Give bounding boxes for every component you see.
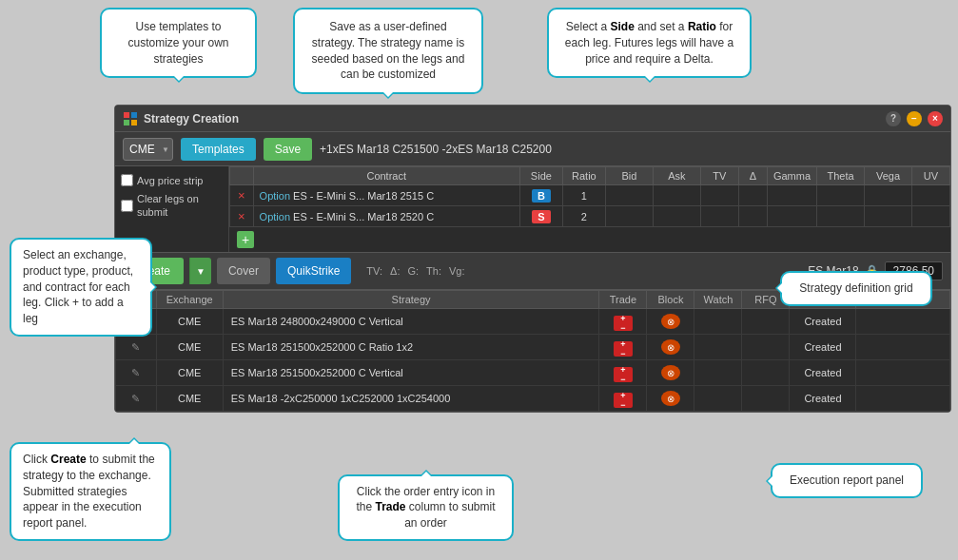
leg-row-1: × Option ES - E-Mini S... Mar18 2520 C S… — [230, 206, 950, 227]
avg-price-row: Avg price strip — [121, 174, 223, 186]
exec-col-trade: Trade — [599, 291, 647, 309]
close-button[interactable]: × — [928, 111, 943, 126]
block-icon-0[interactable]: ⊗ — [661, 314, 680, 329]
exec-seed-2[interactable]: ✎ — [116, 360, 157, 386]
leg-type-1-link[interactable]: Option — [260, 211, 290, 222]
tooltip-add-leg: Select an exchange, product type, produc… — [10, 238, 152, 337]
block-icon-1[interactable]: ⊗ — [661, 339, 680, 355]
trade-icon-1[interactable]: +− — [614, 341, 633, 357]
leg-tv-1 — [700, 206, 738, 227]
exchange-wrapper: CME — [123, 138, 173, 161]
leg-ratio-0: 1 — [562, 185, 605, 206]
trade-icon-2[interactable]: +− — [614, 367, 633, 382]
avg-price-label: Avg price strip — [137, 175, 204, 186]
exec-row-1: ✎ CME ES Mar18 251500x252000 C Ratio 1x2… — [116, 335, 950, 360]
exec-trade-1[interactable]: +− — [599, 335, 647, 360]
add-leg-button[interactable]: + — [237, 231, 254, 248]
title-bar-controls: ? − × — [886, 111, 943, 126]
tooltip-side-ratio-text: Select a Side and set a Ratio for each l… — [565, 20, 733, 66]
tooltip-save: Save as a user-defined strategy. The str… — [293, 8, 483, 94]
block-icon-2[interactable]: ⊗ — [661, 365, 680, 380]
leg-side-0[interactable]: B — [519, 185, 562, 206]
edit-icon-3[interactable]: ✎ — [131, 393, 140, 404]
col-gamma: Gamma — [767, 167, 816, 185]
leg-delete-0[interactable]: × — [230, 185, 254, 206]
vega-label: Vg: — [449, 265, 465, 277]
tooltip-order-entry: Click the order entry icon in the Trade … — [338, 474, 514, 541]
exec-status-2: Created — [790, 360, 856, 386]
help-button[interactable]: ? — [886, 111, 901, 126]
exec-trade-2[interactable]: +− — [599, 360, 647, 386]
leg-vega-1 — [865, 206, 912, 227]
exec-trade-3[interactable]: +− — [599, 386, 647, 412]
avg-price-checkbox[interactable] — [121, 174, 133, 186]
exec-block-1[interactable]: ⊗ — [647, 335, 694, 360]
leg-bid-0 — [605, 185, 653, 206]
create-dropdown-button[interactable]: ▼ — [189, 258, 211, 284]
templates-button[interactable]: Templates — [181, 138, 256, 161]
cover-button[interactable]: Cover — [217, 258, 270, 284]
exec-message-1 — [856, 335, 950, 360]
exec-rfq-2 — [742, 360, 790, 386]
leg-tv-0 — [700, 185, 738, 206]
exec-seed-1[interactable]: ✎ — [116, 335, 157, 360]
leg-vega-0 — [865, 185, 912, 206]
exec-strategy-2: ES Mar18 251500x252000 C Vertical — [223, 360, 599, 386]
col-side: Side — [519, 167, 562, 185]
block-icon-3[interactable]: ⊗ — [661, 391, 680, 406]
strategy-grid: Contract Side Ratio Bid Ask TV Δ Gamma T… — [229, 166, 950, 252]
exec-strategy-0: ES Mar18 248000x249000 C Vertical — [223, 309, 599, 335]
app-icon — [123, 111, 138, 126]
exec-watch-3 — [694, 386, 742, 412]
grid-section: Avg price strip Clear legs on submit Con… — [115, 166, 950, 252]
leg-type-0-link[interactable]: Option — [260, 190, 290, 202]
trade-icon-3[interactable]: +− — [614, 393, 633, 408]
exec-trade-0[interactable]: +− — [599, 309, 647, 335]
leg-side-1[interactable]: S — [519, 206, 562, 227]
exec-row-3: ✎ CME ES Mar18 -2xC250000 1xC252000 1xC2… — [116, 386, 950, 412]
clear-legs-checkbox[interactable] — [121, 200, 133, 212]
delete-leg-0-button[interactable]: × — [236, 188, 247, 203]
exec-exchange-2: CME — [156, 360, 223, 386]
exec-strategy-1: ES Mar18 251500x252000 C Ratio 1x2 — [223, 335, 599, 360]
tooltip-side-ratio: Select a Side and set a Ratio for each l… — [547, 8, 752, 78]
leg-strike-1: 2520 — [401, 211, 423, 222]
leg-row-0: × Option ES - E-Mini S... Mar18 2515 C B… — [230, 185, 950, 206]
trade-icon-0[interactable]: +− — [614, 316, 633, 331]
exec-col-strategy: Strategy — [223, 291, 599, 309]
minimize-button[interactable]: − — [907, 111, 922, 126]
save-button[interactable]: Save — [264, 138, 312, 161]
edit-icon-1[interactable]: ✎ — [131, 341, 140, 353]
gamma-label: G: — [407, 265, 419, 277]
leg-ratio-1: 2 — [562, 206, 605, 227]
exec-col-block: Block — [647, 291, 694, 309]
leg-strike-0: 2515 — [401, 190, 423, 202]
quikstrike-button[interactable]: QuikStrike — [276, 258, 351, 284]
leg-delete-1[interactable]: × — [230, 206, 254, 227]
edit-icon-2[interactable]: ✎ — [131, 367, 140, 378]
side-badge-0[interactable]: B — [532, 189, 551, 203]
svg-rect-0 — [124, 112, 129, 118]
exchange-select[interactable]: CME — [123, 138, 173, 161]
exec-exchange-1: CME — [156, 335, 223, 360]
leg-uv-0 — [912, 185, 950, 206]
delete-leg-1-button[interactable]: × — [236, 209, 247, 223]
bottom-stats: TV: Δ: G: Th: Vg: — [357, 265, 802, 277]
exec-block-2[interactable]: ⊗ — [647, 360, 694, 386]
leg-cp-1: C — [426, 211, 434, 222]
exec-status-1: Created — [790, 335, 856, 360]
exec-block-0[interactable]: ⊗ — [647, 309, 694, 335]
tooltip-save-text: Save as a user-defined strategy. The str… — [312, 20, 465, 81]
leg-month-0: Mar18 — [367, 190, 397, 202]
leg-contract-0: Option ES - E-Mini S... Mar18 2515 C — [253, 185, 519, 206]
side-badge-1[interactable]: S — [532, 210, 550, 223]
title-bar: Strategy Creation ? − × — [115, 106, 950, 132]
tooltip-create: Click Create to submit the strategy to t… — [10, 442, 171, 541]
exec-block-3[interactable]: ⊗ — [647, 386, 694, 412]
exec-seed-3[interactable]: ✎ — [116, 386, 157, 412]
col-theta: Theta — [817, 167, 865, 185]
leg-ask-1 — [653, 206, 700, 227]
exec-rfq-0 — [742, 309, 790, 335]
col-tv: TV — [700, 167, 738, 185]
exec-row-2: ✎ CME ES Mar18 251500x252000 C Vertical … — [116, 360, 950, 386]
